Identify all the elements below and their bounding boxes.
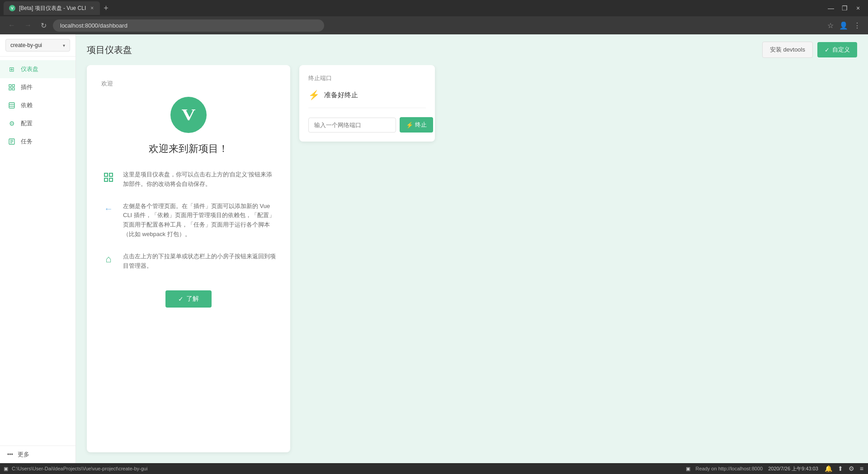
- sidebar-item-tasks[interactable]: 任务: [0, 133, 75, 151]
- terminal-indicator: ▣: [4, 466, 8, 472]
- sidebar-item-dependencies[interactable]: 依赖: [0, 96, 75, 114]
- welcome-card: 欢迎 V 欢迎来到新项目！ 这里是项目仪表盘，你可以点击右上方的'自定义'按: [87, 65, 290, 452]
- ready-status: Ready on http://localhost:8000: [696, 466, 763, 471]
- customize-button[interactable]: ✓ 自定义: [817, 42, 857, 57]
- bookmark-icon[interactable]: ☆: [826, 19, 835, 32]
- terminal-input-row: ⚡ 终止: [308, 117, 426, 133]
- more-icon: •••: [7, 451, 13, 458]
- upload-icon[interactable]: ⬆: [837, 465, 844, 472]
- tip-item-3: ⌂ 点击左上方的下拉菜单或状态栏上的小房子按钮来返回到项目管理器。: [101, 252, 276, 271]
- svg-rect-14: [109, 178, 113, 181]
- kill-lightning-icon: ⚡: [406, 122, 413, 128]
- tab-favicon: V: [9, 5, 15, 11]
- svg-rect-13: [104, 178, 108, 181]
- sidebar: create-by-gui ▾ ⊞ 仪表盘 插件 依赖: [0, 34, 76, 463]
- project-dropdown[interactable]: create-by-gui ▾: [5, 39, 70, 52]
- terminal-card: 终止端口 ⚡ 准备好终止 ⚡ 终止: [299, 65, 435, 142]
- tip-home-icon: ⌂: [101, 252, 116, 266]
- dashboard-icon: ⊞: [7, 65, 16, 74]
- port-input[interactable]: [308, 118, 396, 133]
- close-button[interactable]: ×: [852, 2, 864, 14]
- tip-arrow-icon: ←: [101, 202, 116, 216]
- page-title: 项目仪表盘: [87, 44, 132, 56]
- tip-grid-icon: [101, 170, 116, 185]
- project-selector[interactable]: create-by-gui ▾: [0, 34, 75, 57]
- project-name: create-by-gui: [10, 42, 42, 48]
- sidebar-item-dashboard[interactable]: ⊞ 仪表盘: [0, 60, 75, 78]
- url-input[interactable]: [53, 19, 324, 32]
- svg-rect-1: [12, 85, 14, 87]
- terminal-status: ⚡ 准备好终止: [308, 90, 426, 108]
- status-text: 准备好终止: [324, 91, 358, 100]
- kill-button[interactable]: ⚡ 终止: [400, 117, 433, 133]
- status-right: ▣ Ready on http://localhost:8000 2020/7/…: [686, 465, 864, 472]
- window-controls: — ❐ ×: [825, 2, 864, 14]
- browser-chrome: V [Beta] 项目仪表盘 - Vue CLI × + — ❐ ×: [0, 0, 868, 16]
- svg-rect-4: [9, 103, 14, 108]
- welcome-label: 欢迎: [101, 80, 113, 88]
- menu-icon[interactable]: ⋮: [852, 19, 863, 32]
- back-button[interactable]: ←: [5, 19, 18, 31]
- maximize-button[interactable]: ❐: [838, 2, 851, 14]
- lightning-status-icon: ⚡: [308, 90, 320, 100]
- got-it-check-icon: ✓: [178, 295, 184, 303]
- forward-button[interactable]: →: [22, 19, 34, 31]
- main-header: 项目仪表盘 安装 devtools ✓ 自定义: [76, 34, 868, 65]
- tab-label: [Beta] 项目仪表盘 - Vue CLI: [19, 5, 86, 12]
- reload-button[interactable]: ↻: [38, 19, 49, 32]
- terminal-header: 终止端口: [308, 74, 426, 82]
- status-left: ▣ C:\Users\User-Dai\IdeaProjects\Vue\vue…: [4, 466, 147, 472]
- got-it-button[interactable]: ✓ 了解: [165, 290, 212, 308]
- file-path: C:\Users\User-Dai\IdeaProjects\Vue\vue-p…: [12, 466, 147, 471]
- install-devtools-button[interactable]: 安装 devtools: [762, 42, 813, 58]
- active-tab[interactable]: V [Beta] 项目仪表盘 - Vue CLI ×: [4, 1, 100, 15]
- header-actions: 安装 devtools ✓ 自定义: [762, 42, 857, 58]
- plugins-icon: [7, 83, 16, 92]
- main-content: 项目仪表盘 安装 devtools ✓ 自定义 欢迎 V 欢迎来到新项目！: [76, 34, 868, 463]
- got-it-label: 了解: [186, 295, 199, 303]
- new-tab-button[interactable]: +: [100, 4, 112, 13]
- tip-text-3: 点击左上方的下拉菜单或状态栏上的小房子按钮来返回到项目管理器。: [123, 252, 276, 271]
- vue-v-letter: V: [181, 105, 195, 124]
- settings-icon[interactable]: ⚙: [848, 465, 855, 472]
- kill-label: 终止: [415, 121, 427, 129]
- nav-items: ⊞ 仪表盘 插件 依赖 ⚙ 配置: [0, 57, 75, 446]
- welcome-tips: 这里是项目仪表盘，你可以点击右上方的'自定义'按钮来添加部件。你的改动将会自动保…: [101, 170, 276, 283]
- tab-close-button[interactable]: ×: [90, 4, 94, 12]
- notification-icon[interactable]: 🔔: [824, 465, 833, 472]
- profile-icon[interactable]: 👤: [837, 19, 850, 32]
- sidebar-item-label: 依赖: [21, 101, 33, 109]
- svg-rect-12: [109, 173, 113, 176]
- dependencies-icon: [7, 101, 16, 110]
- app-wrapper: create-by-gui ▾ ⊞ 仪表盘 插件 依赖: [0, 34, 868, 463]
- sidebar-item-config[interactable]: ⚙ 配置: [0, 114, 75, 133]
- datetime: 2020/7/26 上午9:43:03: [768, 465, 818, 472]
- tip-item-1: 这里是项目仪表盘，你可以点击右上方的'自定义'按钮来添加部件。你的改动将会自动保…: [101, 170, 276, 189]
- address-right-icons: ☆ 👤 ⋮: [826, 19, 863, 32]
- svg-rect-3: [9, 88, 11, 90]
- customize-label: 自定义: [832, 46, 850, 54]
- welcome-title: 欢迎来到新项目！: [149, 142, 228, 156]
- tip-text-2: 左侧是各个管理页面。在「插件」页面可以添加新的 Vue CLI 插件，「依赖」页…: [123, 202, 276, 239]
- status-bar: ▣ C:\Users\User-Dai\IdeaProjects\Vue\vue…: [0, 463, 868, 474]
- sidebar-item-plugins[interactable]: 插件: [0, 78, 75, 96]
- menu-dots-icon[interactable]: ≡: [859, 465, 864, 472]
- more-label: 更多: [18, 450, 29, 459]
- tasks-icon: [7, 137, 16, 146]
- svg-rect-0: [9, 85, 11, 87]
- vue-logo: V: [170, 97, 207, 133]
- dropdown-arrow-icon: ▾: [63, 43, 65, 48]
- more-nav-item[interactable]: ••• 更多: [0, 446, 75, 463]
- address-bar: ← → ↻ ☆ 👤 ⋮: [0, 16, 868, 34]
- sidebar-item-label: 配置: [21, 119, 33, 128]
- tip-item-2: ← 左侧是各个管理页面。在「插件」页面可以添加新的 Vue CLI 插件，「依赖…: [101, 202, 276, 239]
- content-area: 欢迎 V 欢迎来到新项目！ 这里是项目仪表盘，你可以点击右上方的'自定义'按: [76, 65, 868, 463]
- sidebar-item-label: 仪表盘: [21, 65, 38, 73]
- customize-check-icon: ✓: [825, 47, 830, 53]
- sidebar-item-label: 插件: [21, 83, 33, 91]
- config-icon: ⚙: [7, 119, 16, 128]
- svg-rect-2: [12, 88, 14, 90]
- tab-bar: V [Beta] 项目仪表盘 - Vue CLI × +: [4, 0, 821, 16]
- tip-text-1: 这里是项目仪表盘，你可以点击右上方的'自定义'按钮来添加部件。你的改动将会自动保…: [123, 170, 276, 189]
- minimize-button[interactable]: —: [825, 2, 837, 14]
